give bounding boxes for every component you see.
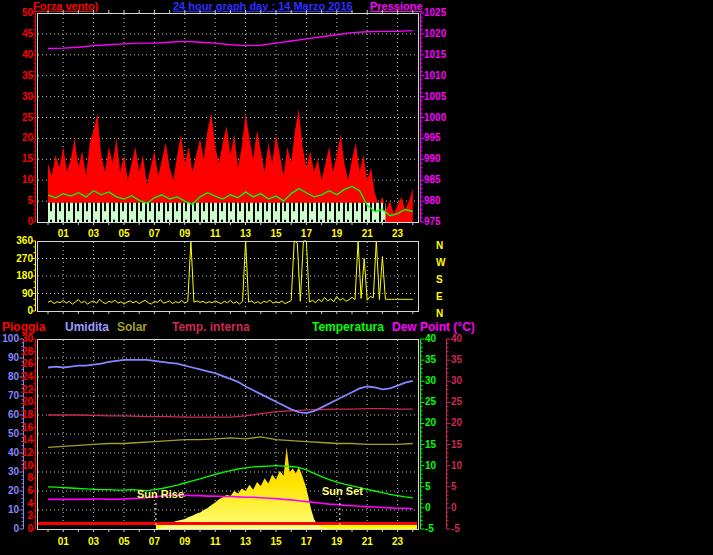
temp-interna-line (48, 409, 413, 417)
humidity-axis-tick-label: 20 (8, 486, 19, 496)
weather-chart (38, 340, 419, 533)
humidity-axis-tick-label: 90 (8, 353, 19, 363)
hour-label-bottom: 21 (362, 537, 373, 547)
hour-label-bottom: 11 (210, 537, 221, 547)
weather-graph-screen: Forza vento) 24 hour graph day : 14 Marz… (0, 0, 713, 555)
rain-axis-tick-label: 4 (27, 499, 33, 509)
hour-label-top: 01 (58, 229, 69, 239)
wind-axis-tick-label: 50 (22, 8, 33, 18)
rain-axis-tick-label: 30 (22, 334, 33, 344)
hour-label-bottom: 07 (149, 537, 160, 547)
direction-axis-tick-label: 270 (16, 254, 33, 264)
legend-pioggia: Pioggia (2, 320, 45, 334)
hour-label-bottom: 03 (88, 537, 99, 547)
hour-label-top: 13 (240, 229, 251, 239)
sun-rise-label: Sun Rise (137, 488, 184, 500)
hour-label-bottom: 01 (58, 537, 69, 547)
hour-label-top: 09 (179, 229, 190, 239)
rain-axis-tick-label: 28 (22, 347, 33, 357)
temperature-axis-tick-label: 25 (425, 397, 436, 407)
direction-axis-tick-label: 180 (16, 271, 33, 281)
rain-axis-tick-label: 2 (27, 511, 33, 521)
wind-axis-tick-label: 20 (22, 133, 33, 143)
rain-axis-tick-label: 20 (22, 397, 33, 407)
temperature-axis (421, 339, 425, 529)
humidity-axis-tick-label: 80 (8, 372, 19, 382)
temp-interna-axis-tick-label: 20 (451, 418, 462, 428)
solar-percent-line (48, 437, 413, 447)
sun-set-label: Sun Set (322, 485, 363, 497)
wind-chart (38, 10, 419, 225)
rain-axis-tick-label: 18 (22, 410, 33, 420)
direction-letter: W (436, 258, 445, 268)
pressure-axis-tick-label: 990 (424, 154, 441, 164)
direction-letter: S (436, 275, 443, 285)
pressure-axis-tick-label: 1020 (424, 29, 446, 39)
pressure-axis-tick-label: 1015 (424, 50, 446, 60)
hour-label-bottom: 09 (179, 537, 190, 547)
temp-interna-axis-tick-label: 10 (451, 461, 462, 471)
temp-interna-axis-tick-label: 40 (451, 334, 462, 344)
rain-axis-tick-label: 24 (22, 372, 33, 382)
direction-axis-tick-label: 360 (16, 236, 33, 246)
pressure-axis-tick-label: 980 (424, 196, 441, 206)
pressure-line (48, 31, 413, 49)
temp-interna-axis-tick-label: 25 (451, 397, 462, 407)
wind-axis-tick-label: 35 (22, 71, 33, 81)
direction-chart (38, 241, 419, 314)
pressure-axis-tick-label: 975 (424, 217, 441, 227)
pressure-axis-tick-label: 1010 (424, 71, 446, 81)
legend-dew-point: Dew Point (°C) (392, 320, 475, 334)
wind-axis-tick-label: 45 (22, 29, 33, 39)
temperature-axis-tick-label: 15 (425, 440, 436, 450)
hour-label-top: 03 (88, 229, 99, 239)
temperature-axis-tick-label: 20 (425, 418, 436, 428)
legend-temperatura: Temperatura (312, 320, 384, 334)
humidity-axis-tick-label: 100 (2, 334, 19, 344)
direction-axis-tick-label: 0 (27, 306, 33, 316)
hour-label-top: 17 (301, 229, 312, 239)
wind-axis-tick-label: 15 (22, 154, 33, 164)
hour-label-top: 23 (392, 229, 403, 239)
humidity-line (48, 360, 413, 413)
pressure-axis-tick-label: 995 (424, 133, 441, 143)
wind-axis-tick-label: 40 (22, 50, 33, 60)
direction-letter: N (436, 241, 443, 251)
hour-label-top: 15 (270, 229, 281, 239)
rain-axis-tick-label: 0 (27, 524, 33, 534)
pressure-axis-tick-label: 985 (424, 175, 441, 185)
pressure-axis-tick-label: 1025 (424, 8, 446, 18)
humidity-axis-tick-label: 30 (8, 467, 19, 477)
direction-axis-tick-label: 90 (22, 289, 33, 299)
temp-interna-axis (447, 339, 451, 529)
hour-label-top: 07 (149, 229, 160, 239)
rain-axis-tick-label: 22 (22, 385, 33, 395)
humidity-axis-tick-label: 70 (8, 391, 19, 401)
legend-temp-interna: Temp. interna (172, 320, 250, 334)
wind-axis-tick-label: 0 (27, 217, 33, 227)
temp-interna-axis-tick-label: 30 (451, 376, 462, 386)
temperature-axis-tick-label: 30 (425, 376, 436, 386)
hour-label-bottom: 23 (392, 537, 403, 547)
hour-label-top: 21 (362, 229, 373, 239)
humidity-axis-tick-label: 60 (8, 410, 19, 420)
rain-axis-tick-label: 14 (22, 435, 33, 445)
pressure-axis-tick-label: 1005 (424, 92, 446, 102)
legend-umidita: Umidita (65, 320, 109, 334)
hour-label-bottom: 19 (331, 537, 342, 547)
pressure-axis-tick-label: 1000 (424, 113, 446, 123)
humidity-axis-tick-label: 0 (13, 524, 19, 534)
hour-label-top: 19 (331, 229, 342, 239)
wind-axis-tick-label: 25 (22, 113, 33, 123)
hour-label-top: 05 (118, 229, 129, 239)
rain-axis-tick-label: 26 (22, 359, 33, 369)
wind-axis-tick-label: 10 (22, 175, 33, 185)
rain-axis-tick-label: 8 (27, 473, 33, 483)
temp-interna-axis-tick-label: -5 (451, 524, 460, 534)
direction-letter: E (436, 292, 443, 302)
hour-label-bottom: 17 (301, 537, 312, 547)
calm-band (48, 203, 385, 222)
humidity-axis-tick-label: 50 (8, 429, 19, 439)
charts-canvas (0, 0, 713, 555)
wind-direction-line (48, 241, 413, 304)
